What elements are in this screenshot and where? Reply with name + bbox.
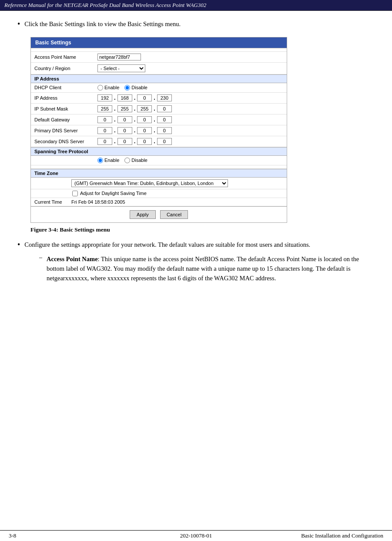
ip-octet-4[interactable] (157, 94, 172, 101)
ip-octet-3[interactable] (137, 94, 152, 101)
pdns-octet-1[interactable] (97, 127, 112, 134)
spanning-disable-radio[interactable] (124, 158, 130, 163)
subnet-octet-1[interactable] (97, 105, 112, 112)
gateway-octet-3[interactable] (137, 116, 152, 123)
default-gateway-label: Default Gateway (34, 117, 97, 122)
secondary-dns-inputs: . . . (97, 138, 172, 145)
primary-dns-inputs: . . . (97, 127, 172, 134)
dhcp-disable-label[interactable]: Disable (124, 85, 147, 91)
time-zone-row: (GMT) Greenwich Mean Time: Dublin, Edinb… (31, 178, 287, 189)
pdns-dot-2: . (134, 127, 136, 134)
gateway-dot-1: . (114, 116, 116, 123)
page-footer: 3-8 202-10078-01 Basic Installation and … (0, 530, 392, 541)
second-bullet: • Configure the settings appropriate for… (17, 240, 375, 250)
pdns-octet-3[interactable] (137, 127, 152, 134)
spanning-tree-radio-group: Enable Disable (97, 158, 147, 163)
footer-section-title: Basic Installation and Configuration (301, 532, 383, 539)
sdns-octet-4[interactable] (157, 138, 172, 145)
daylight-saving-checkbox[interactable] (72, 191, 78, 196)
panel-title: Basic Settings (31, 37, 287, 48)
current-time-value: Fri Feb 04 18:58:03 2005 (71, 199, 125, 205)
sdns-dot-3: . (154, 138, 155, 144)
sdns-octet-1[interactable] (97, 138, 112, 145)
pdns-dot-1: . (114, 127, 116, 134)
ip-address-inputs: . . . (97, 94, 172, 101)
ip-dot-2: . (134, 94, 136, 101)
dhcp-enable-radio[interactable] (97, 85, 103, 91)
sdns-dot-1: . (114, 138, 116, 144)
panel-body: Access Point Name Country / Region - Sel… (31, 48, 287, 222)
spanning-enable-label[interactable]: Enable (97, 158, 119, 163)
spanning-enable-radio[interactable] (97, 158, 103, 163)
subnet-octet-3[interactable] (137, 105, 152, 112)
default-gateway-row: Default Gateway . . . (31, 114, 287, 125)
sub-bullet-label: Access Point Name (47, 255, 98, 262)
ip-dot-1: . (114, 94, 116, 101)
gateway-dot-3: . (154, 116, 155, 123)
sub-bullet: – Access Point Name: This unique name is… (39, 254, 375, 283)
subnet-mask-row: IP Subnet Mask . . . (31, 104, 287, 114)
access-point-name-value (97, 54, 141, 60)
ip-octet-1[interactable] (97, 94, 112, 101)
gateway-octet-4[interactable] (157, 116, 172, 123)
country-region-label: Country / Region (34, 66, 97, 71)
gateway-octet-2[interactable] (117, 116, 132, 123)
dhcp-client-row: DHCP Client Enable Disable (31, 83, 287, 93)
current-time-row: Current Time Fri Feb 04 18:58:03 2005 (31, 198, 287, 206)
country-region-value: - Select - (97, 64, 145, 72)
default-gateway-inputs: . . . (97, 116, 172, 123)
dhcp-enable-text: Enable (104, 85, 119, 90)
spanning-tree-row: Enable Disable (31, 156, 287, 165)
pdns-octet-2[interactable] (117, 127, 132, 134)
spanning-enable-text: Enable (104, 158, 119, 163)
dhcp-enable-label[interactable]: Enable (97, 85, 119, 91)
figure-container: Basic Settings Access Point Name Country… (30, 37, 375, 223)
dhcp-disable-text: Disable (131, 85, 147, 90)
subnet-octet-2[interactable] (117, 105, 132, 112)
pdns-octet-4[interactable] (157, 127, 172, 134)
access-point-name-row: Access Point Name (31, 52, 287, 63)
footer-doc-number: 202-10078-01 (180, 532, 212, 539)
gateway-octet-1[interactable] (97, 116, 112, 123)
apply-button[interactable]: Apply (130, 210, 156, 219)
country-region-select[interactable]: - Select - (97, 64, 145, 72)
page-header: Reference Manual for the NETGEAR ProSafe… (0, 0, 392, 11)
ip-address-section-label: IP Address (34, 76, 59, 81)
spanning-tree-section-header: Spanning Tree Protocol (31, 147, 287, 156)
ip-octet-2[interactable] (117, 94, 132, 101)
dhcp-radio-group: Enable Disable (97, 85, 147, 91)
current-time-label: Current Time (34, 199, 71, 205)
access-point-name-input[interactable] (97, 54, 141, 60)
sdns-dot-2: . (134, 138, 136, 144)
access-point-name-label: Access Point Name (34, 54, 97, 60)
sub-bullet-text: Access Point Name: This unique name is t… (47, 254, 375, 283)
sdns-octet-3[interactable] (137, 138, 152, 145)
footer-page-number: 3-8 (9, 532, 16, 539)
spanning-disable-label[interactable]: Disable (124, 158, 147, 163)
time-zone-select[interactable]: (GMT) Greenwich Mean Time: Dublin, Edinb… (71, 179, 228, 187)
ip-dot-3: . (154, 94, 155, 101)
ip-address-section-header: IP Address (31, 74, 287, 83)
secondary-dns-row: Secondary DNS Server . . . (31, 136, 287, 147)
subnet-mask-inputs: . . . (97, 105, 172, 112)
bullet-dot-2: • (17, 240, 20, 250)
second-bullet-text: Configure the settings appropriate for y… (24, 240, 310, 250)
sub-dash: – (39, 254, 42, 283)
subnet-dot-2: . (134, 105, 136, 112)
time-zone-section-header: Time Zone (31, 169, 287, 178)
spanning-disable-text: Disable (131, 158, 147, 163)
header-title: Reference Manual for the NETGEAR ProSafe… (4, 2, 206, 8)
dhcp-disable-radio[interactable] (124, 85, 130, 91)
primary-dns-label: Primary DNS Server (34, 128, 97, 133)
primary-dns-row: Primary DNS Server . . . (31, 125, 287, 136)
time-zone-section-label: Time Zone (34, 171, 58, 176)
subnet-dot-3: . (154, 105, 155, 112)
daylight-saving-label: Adjust for Daylight Saving Time (80, 191, 147, 196)
cancel-button[interactable]: Cancel (160, 210, 188, 219)
subnet-octet-4[interactable] (157, 105, 172, 112)
button-row: Apply Cancel (31, 206, 287, 222)
panel-title-text: Basic Settings (35, 40, 71, 46)
bullet-dot-1: • (17, 20, 20, 29)
subnet-dot-1: . (114, 105, 116, 112)
sdns-octet-2[interactable] (117, 138, 132, 145)
